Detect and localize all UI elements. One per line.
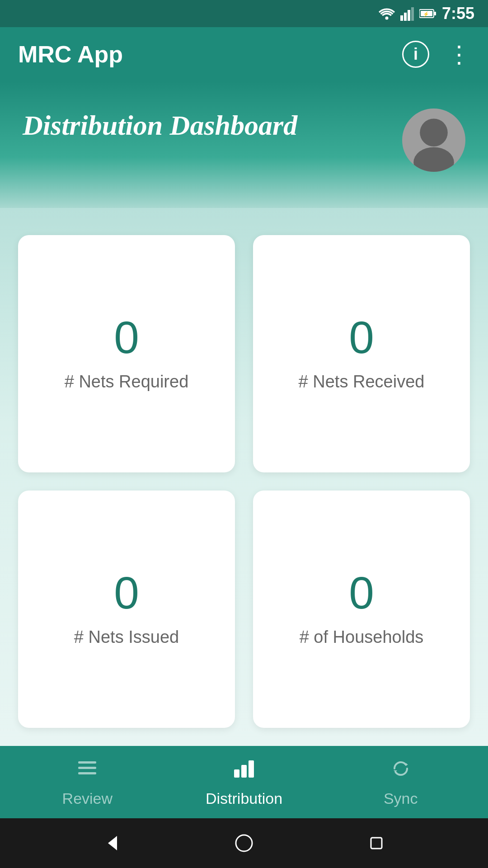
stats-grid: 0 # Nets Required 0 # Nets Received 0 # … [0, 208, 488, 746]
stat-card-nets-received: 0 # Nets Received [253, 235, 470, 472]
review-icon [75, 757, 99, 785]
nets-required-label: # Nets Required [65, 371, 189, 393]
stat-card-nets-required: 0 # Nets Required [18, 235, 235, 472]
info-button[interactable]: i [402, 41, 429, 68]
app-title: MRC App [18, 41, 123, 68]
nets-issued-value: 0 [114, 570, 139, 615]
nav-item-sync[interactable]: Sync [322, 750, 479, 815]
status-bar: ⚡ 7:55 [0, 0, 488, 27]
bottom-nav: Review Distribution Sync [0, 746, 488, 818]
status-time: 7:55 [442, 4, 474, 23]
nav-item-distribution[interactable]: Distribution [166, 750, 323, 815]
back-button[interactable] [103, 834, 121, 852]
svg-marker-17 [394, 770, 397, 772]
svg-rect-12 [78, 767, 96, 769]
app-bar-actions: i ⋮ [402, 41, 470, 68]
signal-icon [400, 6, 414, 21]
avatar [402, 108, 465, 172]
sync-label: Sync [384, 790, 418, 807]
svg-rect-16 [249, 760, 254, 778]
households-value: 0 [349, 570, 374, 615]
system-nav-bar [0, 818, 488, 868]
nets-received-label: # Nets Received [299, 371, 425, 393]
nets-received-value: 0 [349, 315, 374, 360]
review-label: Review [62, 790, 113, 807]
households-label: # of Households [300, 626, 424, 648]
status-icons: ⚡ 7:55 [379, 4, 474, 23]
sync-icon [389, 757, 413, 785]
recents-button[interactable] [367, 834, 385, 852]
svg-rect-13 [78, 772, 96, 774]
svg-rect-15 [241, 765, 247, 778]
home-button[interactable] [235, 834, 253, 852]
svg-point-0 [385, 17, 388, 20]
more-options-button[interactable]: ⋮ [447, 50, 470, 59]
svg-point-20 [236, 835, 252, 851]
svg-point-10 [413, 147, 454, 172]
svg-rect-21 [371, 838, 382, 849]
distribution-label: Distribution [206, 790, 282, 807]
nets-required-value: 0 [114, 315, 139, 360]
distribution-icon [232, 757, 256, 785]
stat-card-households: 0 # of Households [253, 491, 470, 728]
svg-rect-1 [400, 15, 403, 21]
svg-text:⚡: ⚡ [423, 11, 429, 17]
svg-rect-2 [404, 13, 407, 21]
svg-rect-3 [408, 10, 410, 21]
battery-icon: ⚡ [419, 9, 436, 19]
header-section: Distribution Dashboard [0, 81, 488, 208]
svg-rect-14 [234, 769, 239, 778]
wifi-icon [379, 7, 395, 20]
svg-rect-4 [411, 7, 414, 21]
svg-rect-11 [78, 761, 96, 764]
stat-card-nets-issued: 0 # Nets Issued [18, 491, 235, 728]
nets-issued-label: # Nets Issued [74, 626, 179, 648]
app-bar: MRC App i ⋮ [0, 27, 488, 81]
svg-marker-19 [108, 836, 117, 850]
svg-rect-6 [434, 12, 436, 15]
svg-point-9 [420, 118, 448, 146]
dashboard-title: Distribution Dashboard [23, 108, 402, 142]
nav-item-review[interactable]: Review [9, 750, 166, 815]
